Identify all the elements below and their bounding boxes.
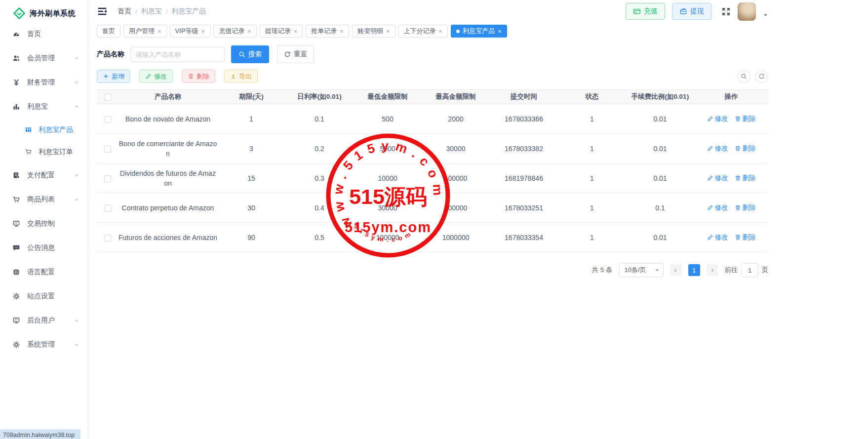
pencil-icon [707, 175, 713, 181]
tab-balance-details[interactable]: 账变明细 × [352, 25, 395, 38]
tab-label: VIP等级 [175, 27, 198, 36]
recharge-label: 充值 [644, 7, 658, 16]
caret-down-icon[interactable] [763, 12, 768, 18]
tab-lixibao-products[interactable]: 利息宝产品 × [451, 25, 507, 38]
row-checkbox[interactable] [104, 146, 111, 153]
product-name-input[interactable] [130, 47, 225, 62]
avatar[interactable] [738, 2, 756, 21]
cell-term: 90 [217, 234, 285, 241]
tab-close-icon[interactable]: × [201, 28, 205, 35]
cell-min: 30000 [354, 204, 422, 212]
row-delete-link[interactable]: 删除 [735, 174, 756, 183]
sidebar-item-finance[interactable]: 财务管理 [0, 70, 87, 94]
edit-button[interactable]: 修改 [139, 70, 173, 83]
sidebar-item-announcements[interactable]: 公告消息 [0, 236, 87, 260]
row-edit-link[interactable]: 修改 [707, 115, 728, 123]
page-size-select[interactable]: 10条/页 [619, 263, 664, 277]
refresh-table-button[interactable] [755, 70, 768, 83]
tab-vip-level[interactable]: VIP等级 × [170, 25, 211, 38]
goto-page-input[interactable] [742, 263, 758, 277]
chevron-right-icon [710, 268, 715, 273]
tab-close-icon[interactable]: × [158, 28, 161, 35]
row-delete-link[interactable]: 删除 [735, 203, 756, 212]
search-button[interactable]: 搜索 [231, 45, 269, 63]
tab-close-icon[interactable]: × [294, 28, 298, 35]
row-checkbox[interactable] [104, 235, 111, 241]
tab-label: 用户管理 [129, 27, 155, 36]
row-checkbox[interactable] [104, 205, 111, 212]
tab-grab-records[interactable]: 抢单记录 × [306, 25, 349, 38]
globe-icon [12, 268, 20, 276]
cell-time: 1678033354 [490, 234, 558, 241]
cell-product-name: Bono de comerciante de Amazon [119, 136, 217, 161]
cell-fee: 0.01 [626, 145, 694, 153]
status-link: 708admin.haiwaiym38.top [0, 429, 80, 439]
sidebar-item-lixibao-orders[interactable]: 利息宝订单 [0, 141, 87, 163]
cart-icon [12, 196, 20, 203]
sidebar-item-label: 语言配置 [27, 268, 55, 277]
row-delete-link[interactable]: 删除 [735, 233, 756, 242]
cart-icon [25, 148, 32, 156]
sidebar-item-members[interactable]: 会员管理 [0, 46, 87, 70]
delete-button[interactable]: 删除 [182, 70, 215, 83]
withdraw-button[interactable]: 提现 [672, 3, 711, 20]
tab-close-icon[interactable]: × [498, 28, 502, 35]
tab-updown-records[interactable]: 上下分记录 × [398, 25, 448, 38]
chevron-down-icon [74, 172, 79, 178]
sidebar-item-label: 利息宝产品 [39, 125, 73, 134]
toggle-search-button[interactable] [737, 70, 750, 83]
select-all-checkbox[interactable] [104, 94, 111, 101]
row-edit-link[interactable]: 修改 [707, 174, 728, 183]
current-page-button[interactable]: 1 [688, 264, 700, 276]
row-edit-link[interactable]: 修改 [707, 203, 728, 212]
row-delete-link[interactable]: 删除 [735, 115, 756, 123]
table-row: Futuros de acciones de Amazon 90 0.5 100… [97, 223, 768, 252]
row-checkbox[interactable] [104, 175, 111, 182]
sidebar-item-trade-control[interactable]: 交易控制 [0, 211, 87, 236]
sidebar-item-home[interactable]: 首页 [0, 22, 87, 46]
cell-rate: 0.3 [285, 174, 354, 182]
sidebar-item-admin-users[interactable]: 后台用户 [0, 308, 87, 332]
bar-chart-icon [12, 103, 20, 111]
cell-rate: 0.2 [285, 145, 354, 153]
sidebar-item-system-management[interactable]: 系统管理 [0, 332, 87, 357]
row-edit-link[interactable]: 修改 [707, 233, 728, 242]
chevron-down-icon [74, 318, 79, 323]
row-delete-link[interactable]: 删除 [735, 144, 756, 153]
recharge-button[interactable]: 充值 [626, 3, 665, 20]
sidebar-item-site-settings[interactable]: 站点设置 [0, 284, 87, 308]
fullscreen-icon[interactable] [721, 7, 731, 16]
table-header-row: 产品名称 期限(天) 日利率(如0.01) 最低金额限制 最高金额限制 提交时间… [97, 89, 768, 104]
breadcrumb-lixibao[interactable]: 利息宝 [141, 7, 162, 16]
tab-user-management[interactable]: 用户管理 × [123, 25, 167, 38]
cell-rate: 0.4 [285, 204, 354, 212]
tab-close-icon[interactable]: × [340, 28, 344, 35]
tab-close-icon[interactable]: × [439, 28, 443, 35]
sidebar-item-language-config[interactable]: 语言配置 [0, 260, 87, 284]
logo[interactable]: 海外刷单系统 [0, 0, 87, 22]
breadcrumb: 首页 / 利息宝 / 利息宝产品 [118, 7, 206, 16]
tab-withdraw-records[interactable]: 提现记录 × [260, 25, 303, 38]
tab-close-icon[interactable]: × [386, 28, 390, 35]
sidebar-item-product-list[interactable]: 商品列表 [0, 187, 87, 211]
sidebar-item-payment-config[interactable]: 支付配置 [0, 163, 87, 187]
gauge-icon [12, 30, 20, 38]
tab-close-icon[interactable]: × [247, 28, 251, 35]
next-page-button[interactable] [707, 264, 718, 276]
reset-button[interactable]: 重置 [277, 45, 314, 63]
export-button[interactable]: 导出 [224, 70, 258, 83]
tab-recharge-records[interactable]: 充值记录 × [213, 25, 257, 38]
row-checkbox[interactable] [104, 116, 111, 123]
row-edit-link[interactable]: 修改 [707, 144, 728, 153]
sidebar-item-lixibao[interactable]: 利息宝 [0, 94, 87, 119]
breadcrumb-current: 利息宝产品 [171, 7, 206, 16]
add-button[interactable]: 新增 [97, 70, 130, 83]
sidebar-item-lixibao-products[interactable]: 利息宝产品 [0, 119, 87, 141]
prev-page-button[interactable] [670, 264, 682, 276]
tab-home[interactable]: 首页 [97, 25, 120, 38]
collapse-menu-icon[interactable] [97, 6, 108, 17]
breadcrumb-home[interactable]: 首页 [118, 7, 131, 16]
tab-label: 充值记录 [219, 27, 244, 36]
col-product-name: 产品名称 [118, 92, 217, 101]
cell-min: 10000 [354, 174, 422, 182]
